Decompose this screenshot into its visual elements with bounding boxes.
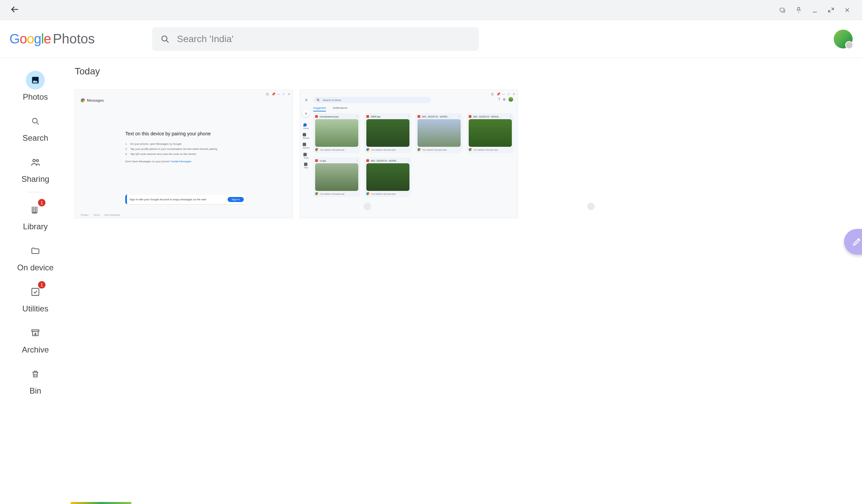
thumb1-install-link: Don't have Messages on your phone? Insta… — [125, 160, 226, 163]
archive-icon — [26, 323, 45, 342]
svg-point-8 — [317, 99, 319, 101]
utilities-badge: 1 — [38, 281, 45, 289]
app-header: Google Photos — [0, 20, 862, 58]
svg-point-4 — [33, 159, 36, 162]
back-button[interactable] — [7, 1, 23, 19]
sharing-icon — [26, 153, 45, 172]
folder-icon — [26, 241, 45, 260]
nav-on-device[interactable]: On device — [15, 238, 55, 279]
thumb2-sidenav: Home Shared Starred Trash Files — [301, 123, 311, 169]
photos-icon — [26, 71, 45, 90]
pin-icon[interactable] — [791, 3, 807, 17]
trash-icon — [26, 364, 45, 384]
thumb2-search: Search in Drive — [313, 97, 431, 103]
nav-search[interactable]: Search — [15, 108, 55, 149]
thumb2-file-grid: normalcamera.jpg⋮You viewed in the past … — [313, 113, 514, 197]
thumb-window-controls: ⊞📌—⤢✕ — [302, 92, 516, 96]
thumb1-signin-banner: Sign in with your Google Account to enjo… — [125, 195, 247, 204]
nav-archive-label: Archive — [22, 345, 49, 355]
chrome-titlebar — [0, 0, 862, 20]
nav-bin[interactable]: Bin — [15, 361, 55, 402]
nav-photos-label: Photos — [23, 92, 48, 102]
section-title-today: Today — [75, 66, 858, 77]
google-wordmark: Google — [10, 31, 51, 47]
main-content: Today ⊞📌—⤢✕ Messages Text on this device… — [71, 58, 862, 504]
nav-archive[interactable]: Archive — [15, 320, 55, 361]
svg-rect-6 — [32, 289, 39, 296]
thumb2-header-icons: ? ⚙ — [498, 97, 513, 102]
nav-search-label: Search — [23, 133, 48, 143]
close-button[interactable] — [839, 3, 855, 17]
svg-rect-0 — [780, 8, 784, 11]
svg-point-1 — [161, 36, 167, 41]
search-nav-icon — [26, 112, 45, 131]
sidebar: Photos Search Sharing 1 Library O — [0, 58, 71, 504]
thumb-window-controls: ⊞📌—⤢✕ — [77, 92, 291, 96]
nav-sharing-label: Sharing — [22, 174, 50, 184]
svg-rect-7 — [32, 330, 39, 332]
thumb1-title: Text on this device by pairing your phon… — [125, 131, 226, 137]
nav-photos[interactable]: Photos — [15, 67, 55, 108]
timeline-scrubber[interactable] — [587, 203, 595, 210]
nav-library-label: Library — [23, 222, 48, 231]
nav-on-device-label: On device — [17, 263, 54, 273]
search-input[interactable] — [177, 34, 471, 44]
library-badge: 1 — [38, 199, 45, 207]
thumb2-hamburger-icon: ≡ — [305, 98, 308, 102]
timeline-scrubber[interactable] — [364, 203, 371, 210]
restore-button[interactable] — [823, 3, 839, 17]
nav-utilities-label: Utilities — [22, 304, 48, 314]
thumb1-brand: Messages — [81, 98, 104, 102]
svg-point-3 — [32, 118, 37, 123]
thumb2-tabs: Suggested Notifications — [313, 106, 348, 111]
photo-thumbnail-2[interactable]: ⊞📌—⤢✕ ≡ Search in Drive ? ⚙ + Suggested … — [300, 90, 518, 218]
account-avatar[interactable] — [834, 30, 852, 49]
nav-library[interactable]: 1 Library — [15, 197, 55, 238]
bottom-preview-strip — [71, 502, 131, 504]
photos-wordmark: Photos — [53, 31, 95, 47]
nav-divider — [28, 192, 43, 192]
svg-point-5 — [36, 160, 38, 162]
minimize-button[interactable] — [807, 3, 823, 17]
thumb2-new-button: + — [302, 110, 310, 117]
search-box[interactable] — [152, 27, 479, 51]
search-icon — [160, 34, 170, 44]
nav-bin-label: Bin — [30, 386, 41, 396]
thumb1-steps: 1.On your phone, open Messages by Google… — [125, 142, 226, 157]
google-photos-logo[interactable]: Google Photos — [10, 31, 95, 47]
thumb1-footer: PrivacyTermsSend feedback — [81, 214, 120, 216]
nav-sharing[interactable]: Sharing — [15, 149, 55, 190]
photo-row: ⊞📌—⤢✕ Messages Text on this device by pa… — [75, 90, 858, 218]
nav-utilities[interactable]: 1 Utilities — [15, 279, 55, 320]
screenshot-icon[interactable] — [774, 3, 791, 17]
photo-thumbnail-1[interactable]: ⊞📌—⤢✕ Messages Text on this device by pa… — [75, 90, 293, 218]
